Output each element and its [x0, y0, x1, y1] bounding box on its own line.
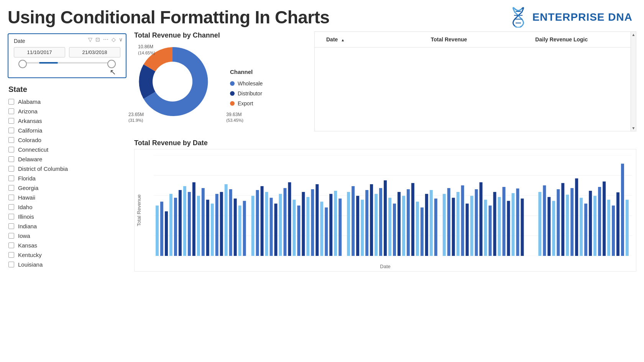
logo-text: ENTERPRISE DNA — [532, 11, 632, 23]
svg-rect-52 — [320, 201, 323, 256]
donut-chart-area: Total Revenue by Channel 10.86M(14.65%) … — [134, 31, 307, 131]
svg-rect-36 — [243, 201, 246, 256]
svg-rect-79 — [452, 198, 455, 256]
bar-chart-svg: 1.0M 0.8M 0.6M 0.4M 0.2M 0.0M — [154, 155, 632, 256]
svg-rect-34 — [234, 198, 237, 256]
donut-label-top: 10.86M(14.65%) — [138, 44, 155, 56]
legend-label-export: Export — [238, 100, 253, 106]
state-checkbox[interactable] — [8, 233, 14, 239]
legend-dot-wholesale — [230, 81, 235, 86]
date-handle-left[interactable] — [18, 60, 27, 68]
svg-rect-87 — [489, 206, 492, 256]
table-scrollbar[interactable]: ▲ ▼ — [631, 32, 636, 131]
page-title: Using Conditional Formatting In Charts — [8, 7, 330, 28]
state-checkbox[interactable] — [8, 99, 14, 105]
state-label: Illinois — [18, 213, 34, 220]
svg-rect-78 — [447, 188, 450, 256]
list-item[interactable]: Idaho — [8, 202, 127, 212]
list-item[interactable]: Alabama — [8, 97, 127, 106]
table-col-date[interactable]: Date ▲ — [319, 32, 423, 47]
scroll-down-icon[interactable]: ▼ — [632, 126, 636, 130]
list-item[interactable]: California — [8, 126, 127, 135]
svg-rect-75 — [430, 190, 433, 256]
svg-rect-98 — [552, 201, 555, 256]
table-col-daily-logic[interactable]: Daily Revenue Logic — [527, 32, 632, 47]
svg-rect-93 — [516, 188, 519, 256]
state-checkbox[interactable] — [8, 242, 14, 248]
main-content: ▽ ⊡ ⋯ ◇ ∨ Date 11/10/2017 21/03/2018 ↖ — [0, 31, 644, 272]
svg-rect-86 — [484, 200, 487, 256]
list-item[interactable]: Georgia — [8, 183, 127, 193]
legend-dot-distributor — [230, 91, 235, 96]
svg-rect-63 — [375, 194, 378, 256]
list-item[interactable]: Connecticut — [8, 145, 127, 154]
state-checkbox[interactable] — [8, 262, 14, 267]
list-item[interactable]: Colorado — [8, 135, 127, 145]
list-item[interactable]: Delaware — [8, 154, 127, 164]
date-start-input[interactable]: 11/10/2017 — [14, 47, 65, 57]
date-end-input[interactable]: 21/03/2018 — [69, 47, 120, 57]
list-item[interactable]: Florida — [8, 174, 127, 183]
table-col-revenue[interactable]: Total Revenue — [423, 32, 528, 47]
svg-rect-33 — [229, 189, 232, 256]
svg-rect-35 — [238, 206, 242, 256]
list-item[interactable]: Arizona — [8, 106, 127, 116]
state-checkbox[interactable] — [8, 128, 14, 133]
list-item[interactable]: Hawaii — [8, 193, 127, 202]
state-checkbox[interactable] — [8, 204, 14, 210]
svg-rect-77 — [443, 194, 446, 256]
state-checkbox[interactable] — [8, 185, 14, 191]
svg-rect-31 — [220, 192, 223, 256]
state-checkbox[interactable] — [8, 223, 14, 229]
state-checkbox[interactable] — [8, 137, 14, 143]
list-item[interactable]: Kentucky — [8, 250, 127, 260]
state-label: Indiana — [18, 223, 37, 229]
svg-rect-38 — [256, 190, 259, 256]
state-checkbox[interactable] — [8, 108, 14, 114]
legend-dot-export — [230, 101, 235, 106]
svg-rect-56 — [338, 198, 342, 256]
list-item[interactable]: Illinois — [8, 212, 127, 221]
state-label: Georgia — [18, 185, 38, 191]
state-checkbox[interactable] — [8, 118, 14, 124]
right-area: Total Revenue by Channel 10.86M(14.65%) … — [130, 31, 640, 272]
list-item[interactable]: Arkansas — [8, 116, 127, 126]
state-checkbox[interactable] — [8, 156, 14, 162]
svg-rect-107 — [593, 196, 596, 256]
collapse-icon[interactable]: ∨ — [119, 36, 123, 43]
list-item[interactable]: Kansas — [8, 241, 127, 250]
x-axis-label: Date — [380, 264, 390, 269]
date-handle-right[interactable]: ↖ — [107, 60, 116, 68]
filter-icon[interactable]: ▽ — [88, 36, 92, 43]
state-checkbox[interactable] — [8, 214, 14, 219]
svg-rect-91 — [507, 201, 510, 256]
svg-rect-50 — [311, 189, 314, 256]
state-checkbox[interactable] — [8, 252, 14, 258]
list-item[interactable]: District of Columbia — [8, 164, 127, 174]
svg-rect-113 — [621, 164, 624, 256]
state-label: Colorado — [18, 137, 41, 143]
svg-rect-104 — [580, 198, 583, 256]
state-list[interactable]: Alabama Arizona Arkansas California Colo… — [8, 97, 127, 269]
svg-rect-17 — [156, 206, 159, 256]
clear-icon[interactable]: ◇ — [112, 36, 116, 43]
svg-rect-65 — [384, 180, 387, 256]
list-item[interactable]: Iowa — [8, 231, 127, 241]
list-item[interactable]: Indiana — [8, 221, 127, 231]
scroll-up-icon[interactable]: ▲ — [632, 33, 636, 37]
expand-icon[interactable]: ⊡ — [95, 36, 100, 43]
svg-rect-100 — [561, 183, 564, 256]
svg-rect-46 — [292, 200, 296, 256]
donut-svg-wrap: 10.86M(14.65%) 23.65M(31.9%) 39.63M(53.4… — [134, 43, 222, 131]
list-item[interactable]: Louisiana — [8, 260, 127, 269]
more-options-icon[interactable]: ⋯ — [103, 36, 108, 43]
state-checkbox[interactable] — [8, 175, 14, 181]
svg-rect-73 — [421, 208, 424, 256]
svg-rect-61 — [365, 190, 368, 256]
svg-rect-44 — [283, 188, 286, 256]
state-checkbox[interactable] — [8, 166, 14, 172]
svg-rect-27 — [202, 188, 205, 256]
state-checkbox[interactable] — [8, 195, 14, 200]
state-checkbox[interactable] — [8, 147, 14, 152]
svg-rect-20 — [169, 194, 172, 256]
